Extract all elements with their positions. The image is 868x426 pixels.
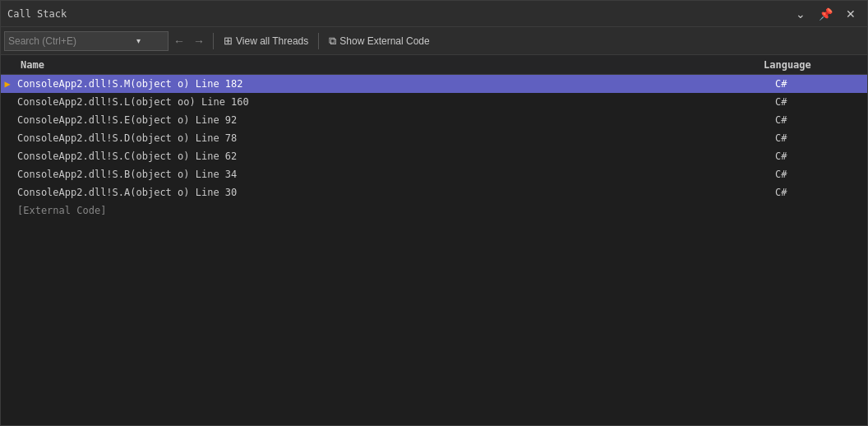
row-language: C#	[769, 114, 867, 126]
row-name: ConsoleApp2.dll!S.D(object o) Line 78	[14, 132, 769, 144]
table-header: Name Language	[1, 55, 867, 75]
row-name: ConsoleApp2.dll!S.B(object o) Line 34	[14, 169, 769, 180]
row-indicator: ▶	[1, 78, 14, 90]
show-external-code-button[interactable]: ⧉ Show External Code	[324, 30, 434, 52]
close-button[interactable]: ✕	[841, 7, 861, 21]
call-stack-window: Call Stack ⌄ 📌 ✕ ▾ ← → ⊞ View all Thread…	[0, 0, 868, 426]
row-language: C#	[769, 132, 867, 144]
row-language: C#	[769, 96, 867, 108]
view-all-threads-button[interactable]: ⊞ View all Threads	[219, 30, 313, 52]
table-row[interactable]: ConsoleApp2.dll!S.L(object oo) Line 160C…	[1, 93, 867, 111]
separator-1	[213, 33, 214, 49]
search-box[interactable]: ▾	[4, 31, 169, 51]
row-name: ConsoleApp2.dll!S.L(object oo) Line 160	[14, 96, 769, 108]
table-row[interactable]: ▶ConsoleApp2.dll!S.M(object o) Line 182C…	[1, 75, 867, 93]
table-row[interactable]: ConsoleApp2.dll!S.A(object o) Line 30C#	[1, 183, 867, 201]
toolbar: ▾ ← → ⊞ View all Threads ⧉ Show External…	[1, 27, 867, 55]
window-title: Call Stack	[7, 8, 67, 20]
external-code-icon: ⧉	[329, 35, 336, 48]
forward-button[interactable]: →	[190, 33, 208, 49]
table-row[interactable]: ConsoleApp2.dll!S.E(object o) Line 92C#	[1, 111, 867, 129]
row-language: C#	[769, 187, 867, 198]
pin-button[interactable]: 📌	[814, 7, 838, 21]
row-language: C#	[769, 169, 867, 180]
row-language: C#	[769, 150, 867, 162]
separator-2	[318, 33, 319, 49]
table-row[interactable]: [External Code]	[1, 201, 867, 220]
col-name-header: Name	[14, 59, 757, 71]
title-bar: Call Stack ⌄ 📌 ✕	[1, 1, 867, 27]
search-input[interactable]	[8, 35, 132, 47]
row-name: ConsoleApp2.dll!S.A(object o) Line 30	[14, 187, 769, 198]
row-name: ConsoleApp2.dll!S.M(object o) Line 182	[14, 78, 769, 90]
title-bar-controls: ⌄ 📌 ✕	[791, 7, 861, 21]
row-name: [External Code]	[14, 205, 769, 216]
threads-icon: ⊞	[224, 35, 233, 47]
view-threads-label: View all Threads	[236, 35, 308, 47]
row-name: ConsoleApp2.dll!S.C(object o) Line 62	[14, 150, 769, 162]
title-bar-left: Call Stack	[7, 8, 67, 20]
table-row[interactable]: ConsoleApp2.dll!S.D(object o) Line 78C#	[1, 129, 867, 147]
search-dropdown-button[interactable]: ▾	[135, 36, 142, 45]
table-body[interactable]: ▶ConsoleApp2.dll!S.M(object o) Line 182C…	[1, 75, 867, 425]
table-row[interactable]: ConsoleApp2.dll!S.C(object o) Line 62C#	[1, 147, 867, 165]
row-language: C#	[769, 78, 867, 90]
back-button[interactable]: ←	[170, 33, 188, 49]
table-row[interactable]: ConsoleApp2.dll!S.B(object o) Line 34C#	[1, 165, 867, 183]
col-lang-header: Language	[757, 59, 856, 71]
dropdown-button[interactable]: ⌄	[791, 7, 810, 21]
content-area: Name Language ▶ConsoleApp2.dll!S.M(objec…	[1, 55, 867, 425]
show-external-label: Show External Code	[339, 35, 429, 47]
row-name: ConsoleApp2.dll!S.E(object o) Line 92	[14, 114, 769, 126]
